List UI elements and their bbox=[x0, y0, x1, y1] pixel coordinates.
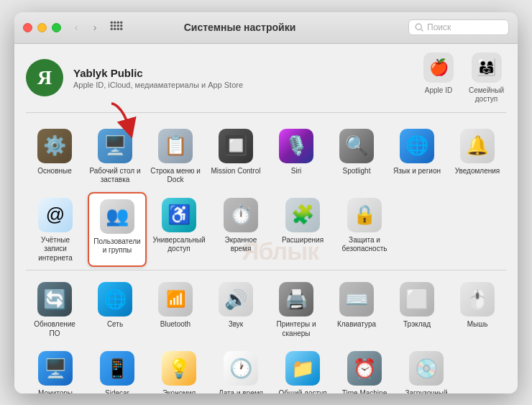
item-update[interactable]: 🔄 Обновление ПО bbox=[26, 276, 83, 342]
grid-row-3: 🔄 Обновление ПО 🌐 Сеть 📶 Bluetooth 🔊 bbox=[26, 276, 506, 342]
svg-point-12 bbox=[416, 24, 421, 29]
traffic-lights bbox=[23, 23, 61, 32]
univ-label: Универсальный доступ bbox=[152, 236, 206, 254]
mouse-icon: 🖱️ bbox=[460, 282, 495, 317]
svg-point-4 bbox=[111, 24, 113, 27]
item-bluetooth[interactable]: 📶 Bluetooth bbox=[147, 276, 204, 342]
search-box[interactable]: Поиск bbox=[408, 19, 509, 35]
sharing-label: Общий доступ bbox=[278, 389, 326, 393]
trackpad-label: Трэклад bbox=[403, 320, 431, 329]
item-energy[interactable]: 💡 Экономия энергии bbox=[150, 345, 208, 393]
network-label: Сеть bbox=[107, 320, 123, 329]
item-screen[interactable]: ⏱️ Экранное время bbox=[211, 192, 270, 268]
profile-row: Я Yablyk Public Apple ID, iCloud, медиам… bbox=[26, 53, 506, 113]
language-label: Язык и регион bbox=[393, 167, 441, 176]
timemachine-label: Time Machine bbox=[342, 389, 387, 393]
grid-view-icon[interactable] bbox=[109, 19, 124, 35]
item-startup[interactable]: 💿 Загрузочный диск bbox=[397, 345, 456, 393]
screen-icon: ⏱️ bbox=[224, 198, 258, 232]
svg-point-0 bbox=[111, 22, 113, 24]
energy-label: Экономия энергии bbox=[152, 389, 206, 393]
avatar[interactable]: Я bbox=[26, 59, 63, 96]
minimize-button[interactable] bbox=[37, 23, 47, 32]
search-placeholder: Поиск bbox=[427, 22, 451, 32]
keyboard-icon: ⌨️ bbox=[339, 282, 374, 317]
security-icon: 🔒 bbox=[347, 198, 382, 232]
notif-label: Уведомления bbox=[455, 167, 500, 176]
profile-info: Yablyk Public Apple ID, iCloud, медиамат… bbox=[73, 67, 423, 89]
accounts-icon: @ bbox=[38, 198, 73, 232]
timemachine-icon: ⏰ bbox=[347, 351, 382, 386]
svg-point-11 bbox=[120, 28, 122, 30]
svg-line-13 bbox=[421, 29, 423, 31]
energy-icon: 💡 bbox=[162, 351, 196, 386]
monitors-icon: 🖥️ bbox=[38, 351, 73, 386]
item-mouse[interactable]: 🖱️ Мышь bbox=[449, 276, 506, 342]
svg-point-2 bbox=[117, 22, 119, 24]
family-action[interactable]: 👨‍👩‍👧 Семейный доступ bbox=[467, 53, 506, 104]
update-icon: 🔄 bbox=[37, 282, 72, 317]
spotlight-icon: 🔍 bbox=[339, 129, 374, 163]
close-button[interactable] bbox=[23, 23, 32, 32]
ext-label: Расширения bbox=[282, 236, 324, 245]
dock-label: Строка меню и Dock bbox=[150, 167, 201, 185]
item-network[interactable]: 🌐 Сеть bbox=[86, 276, 144, 342]
item-sidecar[interactable]: 📱 Sidecar bbox=[88, 345, 147, 393]
back-button[interactable]: ‹ bbox=[68, 19, 84, 35]
mission-label: Mission Control bbox=[211, 167, 261, 176]
desktop-label: Рабочий стол и заставка bbox=[89, 167, 141, 185]
apple-id-label: Apple ID bbox=[425, 86, 452, 95]
startup-label: Загрузочный диск bbox=[400, 389, 453, 393]
item-language[interactable]: 🌐 Язык и регион bbox=[388, 123, 446, 189]
item-basic[interactable]: ⚙️ Основные bbox=[26, 123, 83, 189]
ext-icon: 🧩 bbox=[285, 198, 320, 232]
item-sharing[interactable]: 📁 Общий доступ bbox=[273, 345, 332, 393]
system-preferences-window: ‹ › Системные настройки Поиск Я bbox=[14, 12, 518, 393]
trackpad-icon: ⬜ bbox=[400, 282, 434, 317]
item-univ[interactable]: ♿ Универсальный доступ bbox=[150, 192, 208, 268]
section-divider bbox=[26, 270, 506, 270]
grid-row-2: @ Учётные записи интернета 👥 Пользовател… bbox=[26, 192, 506, 268]
nav-buttons: ‹ › bbox=[68, 19, 103, 35]
apple-id-action[interactable]: 🍎 Apple ID bbox=[423, 53, 454, 104]
item-siri[interactable]: 🎙️ Siri bbox=[267, 123, 325, 189]
item-users[interactable]: 👥 Пользователи и группы bbox=[88, 192, 147, 268]
item-sound[interactable]: 🔊 Звук bbox=[207, 276, 265, 342]
bluetooth-label: Bluetooth bbox=[160, 320, 191, 329]
users-icon: 👥 bbox=[100, 199, 134, 234]
printers-label: Принтеры и сканеры bbox=[270, 320, 322, 338]
window-title: Системные настройки bbox=[129, 22, 351, 33]
item-ext[interactable]: 🧩 Расширения bbox=[273, 192, 332, 268]
spotlight-label: Spotlight bbox=[343, 167, 371, 176]
svg-point-1 bbox=[114, 22, 116, 24]
apple-id-icon: 🍎 bbox=[423, 53, 454, 83]
update-label: Обновление ПО bbox=[29, 320, 81, 338]
item-timemachine[interactable]: ⏰ Time Machine bbox=[335, 345, 394, 393]
accounts-label: Учётные записи интернета bbox=[29, 236, 82, 263]
main-content: Я Yablyk Public Apple ID, iCloud, медиам… bbox=[14, 44, 518, 393]
siri-label: Siri bbox=[291, 167, 301, 176]
item-security[interactable]: 🔒 Защита и безопасность bbox=[335, 192, 394, 268]
datetime-icon: 🕐 bbox=[224, 351, 258, 386]
item-accounts[interactable]: @ Учётные записи интернета bbox=[26, 192, 85, 268]
item-keyboard[interactable]: ⌨️ Клавиатура bbox=[328, 276, 385, 342]
forward-button[interactable]: › bbox=[87, 19, 103, 35]
item-spotlight[interactable]: 🔍 Spotlight bbox=[328, 123, 385, 189]
item-notif[interactable]: 🔔 Уведомления bbox=[449, 123, 506, 189]
basic-icon: ⚙️ bbox=[37, 129, 72, 163]
mouse-label: Мышь bbox=[467, 320, 488, 329]
grid-row-1: ⚙️ Основные 🖥️ Рабочий стол и заставка bbox=[26, 123, 506, 189]
sharing-icon: 📁 bbox=[285, 351, 320, 386]
item-printers[interactable]: 🖨️ Принтеры и сканеры bbox=[267, 276, 325, 342]
maximize-button[interactable] bbox=[52, 23, 61, 32]
language-icon: 🌐 bbox=[400, 129, 434, 163]
item-monitors[interactable]: 🖥️ Мониторы bbox=[26, 345, 85, 393]
svg-point-8 bbox=[111, 28, 113, 30]
item-dock[interactable]: 📋 Строка меню и Dock bbox=[147, 123, 204, 189]
profile-subtitle: Apple ID, iCloud, медиаматериалы и App S… bbox=[73, 81, 423, 89]
startup-icon: 💿 bbox=[409, 351, 444, 386]
item-mission[interactable]: 🔲 Mission Control bbox=[207, 123, 265, 189]
item-trackpad[interactable]: ⬜ Трэклад bbox=[388, 276, 446, 342]
item-desktop[interactable]: 🖥️ Рабочий стол и заставка bbox=[86, 123, 144, 189]
item-datetime[interactable]: 🕐 Дата и время bbox=[211, 345, 270, 393]
